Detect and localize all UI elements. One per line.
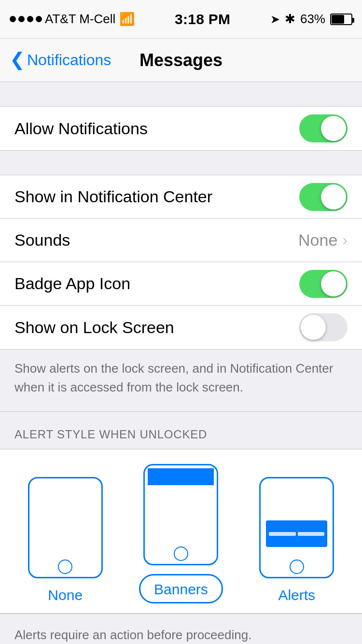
show-on-lock-screen-toggle[interactable] [299,313,348,341]
section-spacer-2 [0,151,362,175]
status-right: ➤ ✱ 63% [270,12,352,27]
phone-screen-alerts [264,481,330,557]
alert-style-header: ALERT STYLE WHEN UNLOCKED [0,412,362,449]
footer-text: Alerts require an action before proceedi… [14,626,348,644]
show-on-lock-screen-row: Show on Lock Screen [0,306,362,349]
alert-option-banners[interactable]: Banners [139,464,223,603]
allow-notifications-toggle[interactable] [299,114,348,142]
sounds-label: Sounds [14,231,70,250]
badge-app-icon-row: Badge App Icon [0,262,362,306]
status-left: AT&T M-Cell 📶 [10,12,135,27]
signal-dots [10,16,42,22]
carrier-wifi: AT&T M-Cell 📶 [45,12,135,27]
wifi-icon: 📶 [119,12,135,27]
alert-line-2 [298,532,325,536]
status-bar: AT&T M-Cell 📶 3:18 PM ➤ ✱ 63% [0,0,362,39]
phone-icon-banners [143,464,218,565]
alert-option-alerts[interactable]: Alerts [259,477,334,603]
lock-screen-description: Show alerts on the lock screen, and in N… [14,359,348,397]
signal-dot-1 [10,16,16,22]
show-notification-center-row: Show in Notification Center [0,175,362,219]
status-time: 3:18 PM [175,11,230,28]
lock-screen-description-section: Show alerts on the lock screen, and in N… [0,350,362,412]
show-notification-center-label: Show in Notification Center [14,187,212,206]
banners-selected-border: Banners [139,574,223,603]
toggle-knob [321,116,346,141]
alert-alerts-label: Alerts [278,587,315,603]
phone-icon-alerts [259,477,334,578]
battery-percent: 63% [300,12,325,27]
alert-line-1 [269,532,296,536]
alert-box [266,520,327,547]
show-on-lock-screen-label: Show on Lock Screen [14,318,174,337]
alert-style-picker: None Banners Alerts [0,449,362,614]
sounds-value: None [298,231,337,250]
bluetooth-icon: ✱ [285,12,295,27]
signal-dot-3 [27,16,33,22]
allow-notifications-row: Allow Notifications [0,107,362,150]
footer-description: Alerts require an action before proceedi… [0,614,362,644]
phone-home-alerts [290,560,304,574]
back-chevron-icon: ❮ [10,50,25,69]
battery-fill [332,15,344,24]
alert-option-none[interactable]: None [28,477,103,603]
show-notification-center-toggle[interactable] [299,183,348,211]
toggle-knob-bai [321,271,346,296]
nav-bar: ❮ Notifications Messages [0,39,362,82]
badge-app-icon-toggle[interactable] [299,270,348,298]
sounds-row[interactable]: Sounds None › [0,219,362,262]
phone-icon-none [28,477,103,578]
banner-bar [148,468,214,485]
signal-dot-2 [18,16,25,22]
battery-indicator [330,14,352,25]
page-title: Messages [139,50,223,70]
phone-home-none [58,560,72,574]
section-spacer-1 [0,82,362,106]
battery-box [330,14,352,25]
notification-options-section: Show in Notification Center Sounds None … [0,175,362,350]
toggle-knob-snc [321,184,346,210]
alert-none-label: None [48,587,83,603]
signal-dot-4 [36,16,42,22]
allow-notifications-section: Allow Notifications [0,106,362,151]
sounds-right: None › [298,231,348,250]
carrier-label: AT&T M-Cell [45,12,115,27]
back-label: Notifications [27,51,111,69]
phone-screen-none [32,481,98,557]
toggle-knob-sls [301,315,326,340]
back-button[interactable]: ❮ Notifications [0,51,121,69]
alert-style-title: ALERT STYLE WHEN UNLOCKED [14,428,207,441]
sounds-chevron-icon: › [342,231,348,249]
phone-screen-banners [148,468,214,544]
phone-home-banners [174,546,188,561]
badge-app-icon-label: Badge App Icon [14,274,130,293]
allow-notifications-label: Allow Notifications [14,119,148,138]
location-icon: ➤ [270,13,280,26]
alert-banners-label: Banners [154,581,208,597]
